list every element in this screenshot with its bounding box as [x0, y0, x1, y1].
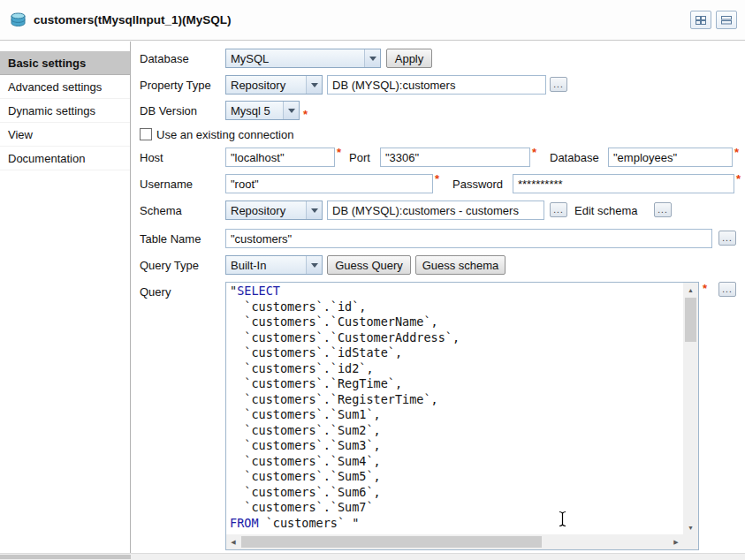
- required-asterisk: *: [303, 108, 308, 121]
- db-version-label: DB Version: [140, 104, 197, 117]
- database-select[interactable]: MySQL: [225, 49, 381, 68]
- property-type-label: Property Type: [140, 79, 211, 92]
- required-asterisk: *: [736, 172, 741, 185]
- port-label: Port: [349, 151, 370, 164]
- database-select-value: MySQL: [231, 52, 269, 65]
- scroll-up-icon[interactable]: ▲: [683, 283, 698, 297]
- port-input[interactable]: "3306": [380, 148, 530, 167]
- username-value: "root": [231, 178, 259, 191]
- maximize-view-icon: [696, 16, 706, 25]
- required-asterisk: *: [703, 282, 707, 295]
- query-vertical-scrollbar[interactable]: ▲ ▼: [683, 283, 698, 534]
- database-name-value: "employees": [613, 151, 677, 164]
- panel-title: customers(tMysqlInput_1)(MySQL): [34, 13, 232, 26]
- property-repository-browse-button[interactable]: ...: [550, 77, 567, 92]
- component-settings-panel: customers(tMysqlInput_1)(MySQL) Basic se…: [0, 0, 745, 560]
- query-label: Query: [140, 285, 171, 299]
- required-asterisk: *: [532, 146, 536, 159]
- host-input[interactable]: "localhost": [225, 148, 335, 167]
- query-text[interactable]: "SELECT `customers`.`id`, `customers`.`C…: [226, 283, 683, 534]
- sidebar-item-view[interactable]: View: [0, 123, 130, 147]
- maximize-view-button[interactable]: [690, 11, 711, 29]
- query-type-label: Query Type: [140, 259, 199, 272]
- db-version-select-value: Mysql 5: [231, 104, 270, 117]
- scroll-right-icon[interactable]: ▶: [669, 534, 683, 549]
- scroll-down-icon[interactable]: ▼: [683, 520, 698, 534]
- password-input[interactable]: **********: [513, 174, 734, 193]
- property-repository-value: DB (MYSQL):customers: [332, 79, 455, 92]
- outer-horizontal-scrollbar[interactable]: [0, 553, 745, 560]
- sidebar-item-advanced-settings[interactable]: Advanced settings: [0, 75, 130, 99]
- query-horizontal-scrollbar[interactable]: ◀ ▶: [226, 534, 683, 549]
- password-label: Password: [452, 178, 503, 191]
- outer-scroll-thumb[interactable]: [0, 555, 131, 559]
- minimize-view-icon: [721, 16, 732, 25]
- query-type-select-value: Built-In: [231, 259, 266, 272]
- settings-sidebar: Basic settings Advanced settings Dynamic…: [0, 42, 131, 553]
- chevron-down-icon: [306, 76, 322, 94]
- table-name-input[interactable]: "customers": [225, 229, 712, 248]
- apply-button[interactable]: Apply: [386, 49, 432, 68]
- guess-schema-button[interactable]: Guess schema: [415, 255, 506, 275]
- database-name-input[interactable]: "employees": [608, 148, 733, 167]
- required-asterisk: *: [337, 146, 341, 159]
- chevron-down-icon: [306, 201, 322, 219]
- chevron-down-icon: [283, 102, 299, 119]
- schema-label: Schema: [140, 204, 182, 217]
- username-label: Username: [140, 178, 193, 191]
- query-browse-button[interactable]: ...: [718, 282, 736, 297]
- table-name-browse-button[interactable]: ...: [718, 231, 736, 246]
- edit-schema-label: Edit schema: [574, 204, 638, 217]
- password-value: **********: [518, 178, 563, 191]
- required-asterisk: *: [435, 172, 439, 185]
- use-existing-connection-checkbox[interactable]: [140, 128, 152, 140]
- basic-settings-form: Database MySQL Apply Property Type Repos…: [132, 42, 745, 560]
- db-version-select[interactable]: Mysql 5: [225, 101, 300, 120]
- query-type-select[interactable]: Built-In: [225, 255, 323, 275]
- minimize-view-button[interactable]: [716, 11, 737, 29]
- chevron-down-icon: [364, 49, 380, 67]
- database-name-label: Database: [550, 151, 599, 164]
- required-asterisk: *: [734, 146, 739, 159]
- chevron-down-icon: [306, 256, 322, 274]
- table-name-label: Table Name: [140, 232, 201, 246]
- table-name-value: "customers": [231, 232, 292, 246]
- schema-repository-field[interactable]: DB (MYSQL):customers - customers: [327, 201, 544, 220]
- host-label: Host: [140, 151, 163, 164]
- query-editor: "SELECT `customers`.`id`, `customers`.`C…: [225, 282, 699, 550]
- guess-query-button[interactable]: Guess Query: [327, 255, 411, 275]
- schema-browse-button[interactable]: ...: [550, 202, 567, 217]
- database-icon: [10, 12, 27, 27]
- schema-select-value: Repository: [231, 204, 285, 217]
- vertical-scroll-thumb[interactable]: [685, 298, 696, 342]
- sidebar-item-basic-settings[interactable]: Basic settings: [0, 51, 130, 75]
- use-existing-connection-label: Use an existing connection: [156, 128, 293, 141]
- scrollbar-corner: [683, 534, 698, 549]
- property-repository-field[interactable]: DB (MYSQL):customers: [327, 75, 546, 95]
- horizontal-scroll-thumb[interactable]: [241, 536, 542, 548]
- username-input[interactable]: "root": [225, 174, 433, 193]
- scroll-left-icon[interactable]: ◀: [226, 534, 240, 549]
- sidebar-item-dynamic-settings[interactable]: Dynamic settings: [0, 99, 130, 123]
- header: customers(tMysqlInput_1)(MySQL): [0, 0, 745, 41]
- property-type-select[interactable]: Repository: [225, 75, 323, 95]
- host-value: "localhost": [231, 151, 285, 164]
- schema-select[interactable]: Repository: [225, 201, 323, 220]
- edit-schema-button[interactable]: ...: [654, 202, 672, 217]
- schema-repository-value: DB (MYSQL):customers - customers: [332, 204, 519, 217]
- property-type-select-value: Repository: [231, 79, 285, 92]
- port-value: "3306": [385, 151, 419, 164]
- header-buttons: [690, 11, 737, 29]
- sidebar-item-documentation[interactable]: Documentation: [0, 147, 130, 170]
- database-label: Database: [140, 52, 189, 65]
